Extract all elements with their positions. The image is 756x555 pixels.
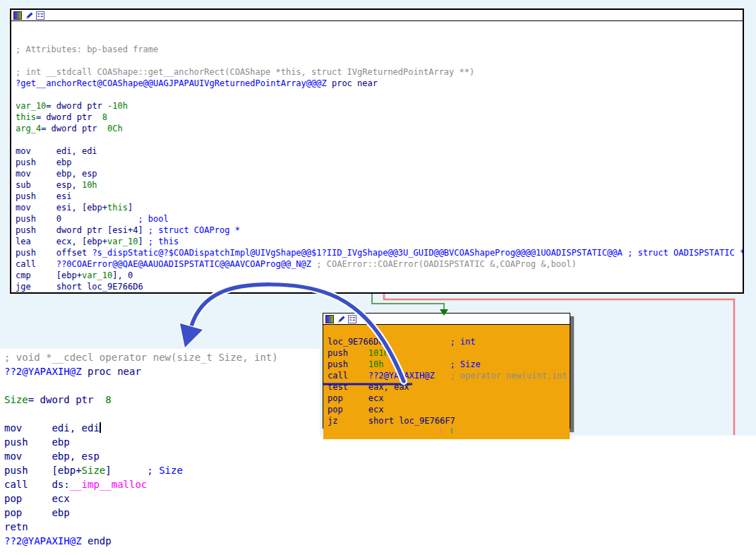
disassembly-listing[interactable]: ; Attributes: bp-based frame ; int __std… <box>11 21 743 292</box>
code-line[interactable]: push esi <box>16 191 743 202</box>
code-line[interactable]: lea ecx, [ebp+var_10] ; this <box>16 236 743 247</box>
code-line[interactable]: mov edi, edi <box>16 145 743 157</box>
code-line[interactable]: pop ecx <box>328 404 570 415</box>
code-line[interactable]: push offset ?s_dispStatic@?$COADispatchI… <box>16 247 743 258</box>
code-line[interactable] <box>16 55 743 66</box>
code-line[interactable]: mov ebp, esp <box>16 168 743 179</box>
code-line[interactable]: test eax, eax <box>328 381 570 393</box>
code-line[interactable]: ; Attributes: bp-based frame <box>16 44 743 55</box>
code-line[interactable]: push 10h ; Size <box>328 359 570 370</box>
code-line[interactable]: push 101h <box>328 347 570 359</box>
zoomed-disassembly-operator-new[interactable]: ; void *__cdecl operator new(size_t Size… <box>0 349 320 555</box>
code-line[interactable]: push dword ptr [esi+4] ; struct COAProg … <box>16 225 743 236</box>
palette-icon[interactable] <box>13 11 22 20</box>
code-line[interactable]: mov edi, edi <box>4 421 320 435</box>
code-line[interactable]: cmp [ebp+var_10], 0 <box>16 270 743 281</box>
code-line[interactable] <box>16 89 743 100</box>
code-line[interactable]: push ebp <box>16 157 743 168</box>
code-line[interactable]: ??2@YAPAXIH@Z endp <box>4 534 320 548</box>
edit-icon[interactable] <box>25 11 33 20</box>
code-line[interactable]: sub esp, 10h <box>16 179 743 191</box>
code-line[interactable] <box>16 32 743 44</box>
graph-overview-icon[interactable] <box>348 315 356 323</box>
node-titlebar <box>323 314 570 325</box>
disassembly-listing[interactable]: ; void *__cdecl operator new(size_t Size… <box>0 349 320 548</box>
code-line[interactable] <box>16 134 743 145</box>
code-line[interactable]: push 0 ; bool <box>16 213 743 225</box>
code-line[interactable]: ??2@YAPAXIH@Z proc near <box>4 364 320 378</box>
code-line[interactable] <box>4 378 320 393</box>
graph-node-get-anchorrect[interactable]: ; Attributes: bp-based frame ; int __std… <box>10 8 744 294</box>
code-line[interactable]: jge short loc_9E766D6 <box>16 281 743 292</box>
code-line[interactable]: call ds:__imp__malloc <box>4 477 320 491</box>
code-line[interactable]: var_10= dword ptr -10h <box>16 100 743 112</box>
code-line[interactable]: pop ecx <box>328 393 570 404</box>
graph-node-loc-9E766D6[interactable]: loc_9E766D6: ; intpush 101hpush 10h ; Si… <box>323 313 570 429</box>
node-titlebar <box>11 10 743 21</box>
edit-icon[interactable] <box>337 315 345 323</box>
code-line[interactable]: ?get__anchorRect@COAShape@@UAGJPAPAUIVgR… <box>16 78 743 89</box>
code-line[interactable]: this= dword ptr 8 <box>16 112 743 123</box>
code-line[interactable]: push ebp <box>4 435 320 449</box>
code-line[interactable]: pop ecx <box>4 491 320 506</box>
graph-overview-icon[interactable] <box>36 11 44 20</box>
code-line[interactable]: loc_9E766D6: ; int <box>328 336 570 347</box>
disassembly-listing[interactable]: loc_9E766D6: ; intpush 101hpush 10h ; Si… <box>323 325 570 426</box>
code-line[interactable]: call ??0COAError@@QAE@AAUOADISPSTATIC@@A… <box>16 258 743 270</box>
code-line[interactable]: pop ebp <box>4 506 320 520</box>
code-line[interactable]: ; void *__cdecl operator new(size_t Size… <box>4 350 320 364</box>
code-line[interactable]: push [ebp+Size] ; Size <box>4 463 320 477</box>
code-line[interactable] <box>328 325 570 336</box>
code-line[interactable]: mov esi, [ebp+this] <box>16 202 743 213</box>
code-line[interactable]: ; int __stdcall COAShape::get__anchorRec… <box>16 66 743 78</box>
code-line[interactable]: Size= dword ptr 8 <box>4 393 320 407</box>
code-line[interactable]: call ??2@YAPAXIH@Z ; operator new(uint,i… <box>328 370 570 381</box>
code-line[interactable]: retn <box>4 520 320 534</box>
code-line[interactable] <box>4 407 320 421</box>
code-line[interactable] <box>16 21 743 32</box>
code-line[interactable]: jz short loc_9E766F7 <box>328 415 570 426</box>
text-cursor <box>100 422 101 433</box>
palette-icon[interactable] <box>325 315 334 323</box>
code-line[interactable]: arg_4= dword ptr 0Ch <box>16 123 743 134</box>
code-line[interactable]: mov ebp, esp <box>4 449 320 463</box>
